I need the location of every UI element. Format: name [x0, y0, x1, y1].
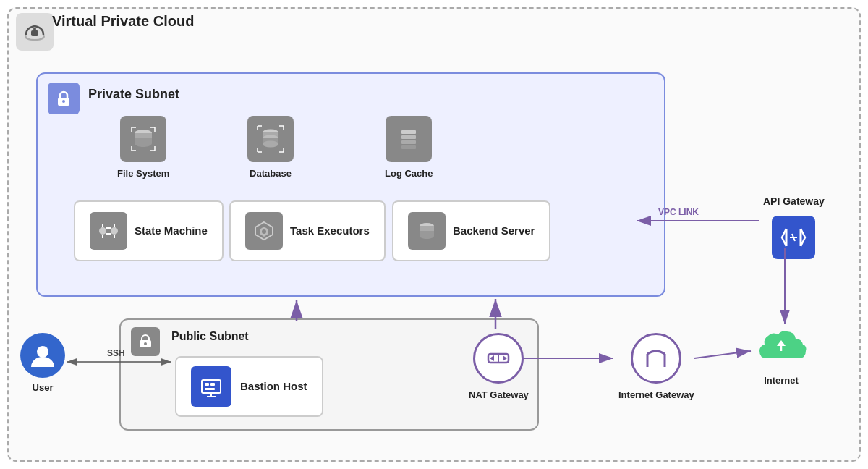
private-subnet: Private Subnet File [36, 72, 665, 297]
private-subnet-icon [48, 83, 80, 114]
svg-point-44 [144, 342, 147, 345]
user-label: User [33, 382, 54, 393]
svg-rect-48 [205, 388, 215, 390]
internet-label: Internet [764, 375, 799, 386]
internet-gateway-label: Internet Gateway [618, 389, 694, 400]
task-executors-icon [245, 212, 283, 250]
diagram-container: Virtual Private Cloud Private Subnet [0, 0, 868, 469]
bastion-host-card: Bastion Host [175, 356, 323, 417]
log-cache-label: Log Cache [385, 168, 433, 179]
file-system-icon [120, 116, 166, 162]
vpc-icon [16, 13, 54, 51]
internet-gateway-icon [631, 333, 681, 384]
user-group: User [20, 333, 65, 393]
svg-rect-47 [210, 383, 215, 386]
nat-gateway-label: NAT Gateway [469, 389, 529, 400]
svg-rect-27 [401, 130, 416, 134]
public-subnet-icon [131, 327, 160, 356]
file-system-label: File System [117, 168, 169, 179]
svg-point-51 [37, 346, 48, 358]
api-gateway-group: API Gateway [763, 195, 825, 259]
svg-point-32 [111, 227, 118, 234]
svg-rect-29 [401, 140, 416, 144]
state-machine-label: State Machine [135, 224, 208, 238]
svg-point-4 [62, 100, 65, 103]
svg-point-41 [262, 229, 266, 234]
api-gateway-icon [772, 216, 815, 259]
bastion-host-label: Bastion Host [240, 379, 307, 394]
bastion-host-icon [191, 366, 231, 407]
internet-gateway: Internet Gateway [618, 333, 694, 400]
svg-point-18 [263, 141, 278, 148]
private-subnet-label: Private Subnet [88, 87, 179, 102]
svg-rect-28 [401, 135, 416, 139]
state-machine-icon [90, 212, 127, 250]
task-executors-label: Task Executors [290, 224, 370, 238]
nat-gateway: NAT Gateway [469, 333, 529, 400]
backend-server-label: Backend Server [453, 224, 535, 238]
svg-rect-46 [205, 383, 209, 386]
log-cache-icon [386, 116, 432, 162]
backend-server-card: Backend Server [392, 200, 550, 261]
internet-group: Internet [752, 326, 810, 386]
task-executors-card: Task Executors [229, 200, 386, 261]
internet-icon [752, 326, 810, 369]
state-machine-card: State Machine [74, 200, 224, 261]
database-icon [247, 116, 294, 162]
public-subnet-label: Public Subnet [171, 330, 249, 343]
log-cache-group: Log Cache [385, 116, 433, 179]
svg-rect-45 [202, 380, 221, 393]
user-avatar [20, 333, 65, 378]
svg-point-31 [99, 227, 106, 234]
nat-gateway-icon [473, 333, 524, 384]
database-group: Database [247, 116, 294, 179]
vpc-label: Virtual Private Cloud [52, 13, 194, 30]
file-system-group: File System [117, 116, 169, 179]
svg-rect-30 [401, 145, 416, 149]
database-label: Database [250, 168, 292, 179]
api-gateway-label-top: API Gateway [763, 195, 825, 207]
backend-server-icon [408, 212, 446, 250]
svg-point-1 [33, 28, 36, 30]
